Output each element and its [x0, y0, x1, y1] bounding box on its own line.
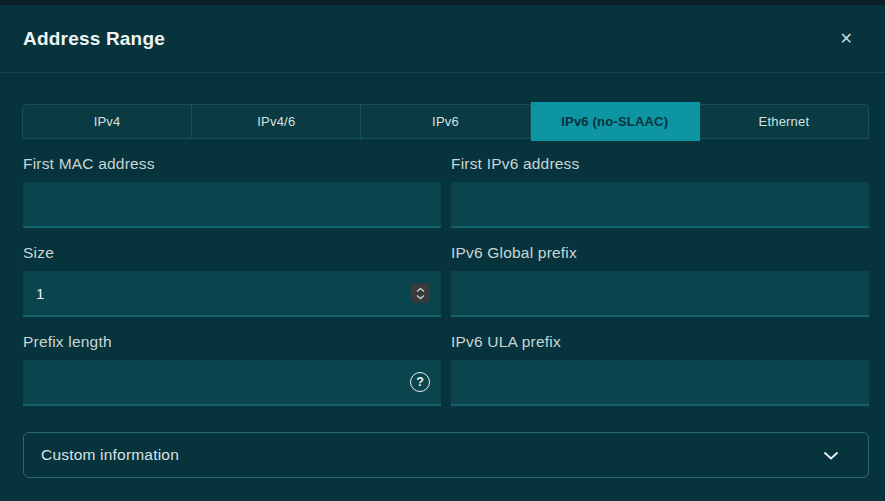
modal-header: Address Range ✕ [0, 5, 885, 73]
custom-information-toggle[interactable]: Custom information [23, 432, 869, 478]
tab-bar: IPv4 IPv4/6 IPv6 IPv6 (no-SLAAC) Etherne… [22, 104, 869, 139]
form-grid: First MAC address First IPv6 address Siz… [0, 139, 885, 406]
first-ipv6-address-box [451, 182, 869, 228]
first-mac-address-label: First MAC address [23, 155, 441, 173]
chevron-down-icon [416, 294, 425, 299]
size-box [23, 271, 441, 317]
tab-ipv4-6[interactable]: IPv4/6 [192, 104, 361, 139]
first-mac-address-input[interactable] [23, 182, 441, 226]
first-ipv6-address-label: First IPv6 address [451, 155, 869, 173]
tab-ipv6[interactable]: IPv6 [361, 104, 530, 139]
custom-information-label: Custom information [41, 446, 179, 464]
field-ipv6-global-prefix: IPv6 Global prefix [451, 244, 869, 317]
ipv6-global-prefix-label: IPv6 Global prefix [451, 244, 869, 262]
size-label: Size [23, 244, 441, 262]
ipv6-ula-prefix-box [451, 360, 869, 406]
field-size: Size [23, 244, 441, 317]
quantity-stepper[interactable] [411, 284, 430, 303]
ipv6-ula-prefix-input[interactable] [451, 360, 869, 404]
ipv6-global-prefix-box [451, 271, 869, 317]
address-range-modal: Address Range ✕ IPv4 IPv4/6 IPv6 IPv6 (n… [0, 5, 885, 501]
prefix-length-box: ? [23, 360, 441, 406]
prefix-length-input[interactable] [23, 360, 441, 404]
first-ipv6-address-input[interactable] [451, 182, 869, 226]
chevron-up-icon [416, 287, 425, 292]
close-icon[interactable]: ✕ [836, 27, 857, 51]
size-input[interactable] [23, 271, 441, 315]
help-icon[interactable]: ? [410, 372, 430, 392]
field-first-mac-address: First MAC address [23, 155, 441, 228]
field-prefix-length: Prefix length ? [23, 333, 441, 406]
tab-ipv4[interactable]: IPv4 [22, 104, 192, 139]
modal-title: Address Range [23, 28, 165, 50]
ipv6-ula-prefix-label: IPv6 ULA prefix [451, 333, 869, 351]
chevron-down-icon [823, 451, 839, 460]
tab-ethernet[interactable]: Ethernet [700, 104, 869, 139]
ipv6-global-prefix-input[interactable] [451, 271, 869, 315]
tab-ipv6-no-slaac[interactable]: IPv6 (no-SLAAC) [531, 102, 700, 141]
field-first-ipv6-address: First IPv6 address [451, 155, 869, 228]
prefix-length-label: Prefix length [23, 333, 441, 351]
field-ipv6-ula-prefix: IPv6 ULA prefix [451, 333, 869, 406]
modal-content: IPv4 IPv4/6 IPv6 IPv6 (no-SLAAC) Etherne… [0, 104, 885, 139]
first-mac-address-box [23, 182, 441, 228]
